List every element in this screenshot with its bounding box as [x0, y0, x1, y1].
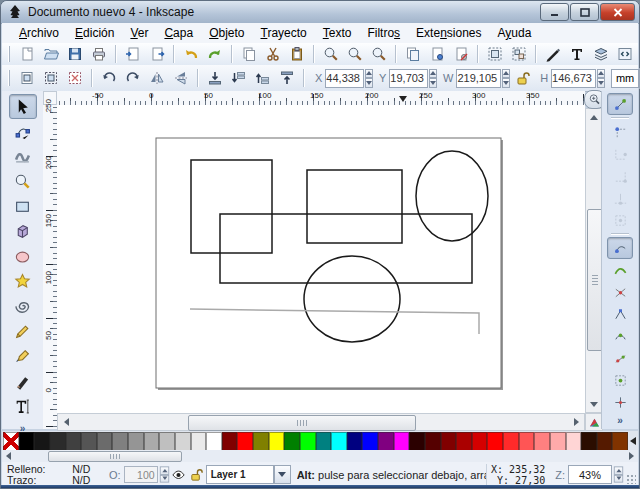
- palette-swatch-19-00ff00[interactable]: [300, 432, 316, 451]
- print-document-button[interactable]: [87, 43, 111, 65]
- ellipse-tool-button[interactable]: [9, 244, 37, 269]
- palette-swatch-32-ff2a2a[interactable]: [503, 432, 519, 451]
- palette-swatch-22-000080[interactable]: [347, 432, 363, 451]
- palette-swatch-27-550000[interactable]: [425, 432, 441, 451]
- snap-cusp-nodes-button[interactable]: [607, 303, 633, 325]
- layers-dialog-button[interactable]: [589, 43, 613, 65]
- palette-scroll-left-arrow[interactable]: [3, 450, 14, 461]
- palette-scroll-right-arrow[interactable]: [626, 450, 637, 461]
- menu-archivo[interactable]: Archivo: [12, 24, 66, 42]
- snap-to-paths-button[interactable]: [607, 259, 633, 281]
- x-spinner[interactable]: [365, 69, 373, 88]
- palette-swatch-16-808000[interactable]: [253, 432, 269, 451]
- palette-swatch-29-aa0000[interactable]: [456, 432, 472, 451]
- layer-lock-icon[interactable]: [188, 467, 206, 483]
- rotate-90-ccw-button[interactable]: [97, 67, 121, 89]
- y-spinner[interactable]: [429, 69, 437, 88]
- palette-menu-arrow[interactable]: [626, 437, 636, 445]
- star-tool-button[interactable]: [9, 269, 37, 294]
- text-dialog-button[interactable]: [565, 43, 589, 65]
- spiral-tool-button[interactable]: [9, 294, 37, 319]
- menu-ayuda[interactable]: Ayuda: [491, 24, 539, 42]
- palette-swatch-15-ff0000[interactable]: [237, 432, 253, 451]
- new-document-button[interactable]: [15, 43, 39, 65]
- horizontal-scrollbar[interactable]: [57, 413, 585, 431]
- menu-objeto[interactable]: Objeto: [202, 24, 251, 42]
- snap-nodes-button[interactable]: [607, 237, 633, 259]
- selector-tool-button[interactable]: [9, 94, 37, 119]
- menu-edición[interactable]: Edición: [68, 24, 121, 42]
- vertical-ruler[interactable]: 250200150100500: [43, 105, 58, 429]
- current-layer-select[interactable]: Layer 1: [206, 465, 274, 484]
- opacity-input[interactable]: 100: [124, 466, 158, 483]
- select-all-in-all-layers-button[interactable]: [39, 67, 63, 89]
- palette-swatch-14-800000[interactable]: [222, 432, 238, 451]
- scroll-up-arrow[interactable]: [586, 109, 602, 125]
- zoom-spinner[interactable]: [614, 466, 623, 482]
- opacity-spinner[interactable]: [159, 466, 168, 482]
- undo-button[interactable]: [179, 43, 203, 65]
- pencil-tool-button[interactable]: [9, 319, 37, 344]
- palette-swatch-33-ff5555[interactable]: [519, 432, 535, 451]
- select-all-button[interactable]: [15, 67, 39, 89]
- canvas[interactable]: [57, 105, 585, 413]
- title-bar[interactable]: Documento nuevo 4 - Inkscape: [1, 1, 639, 24]
- horizontal-ruler[interactable]: -50050100150200250300350: [57, 91, 585, 106]
- palette-swatch-24-800080[interactable]: [378, 432, 394, 451]
- fill-stroke-indicator[interactable]: Relleno: N/D Trazo: N/D: [2, 464, 103, 486]
- snap-line-midpoints-button[interactable]: [607, 347, 633, 369]
- group-objects-button[interactable]: [483, 43, 507, 65]
- palette-swatch-17-ffff00[interactable]: [269, 432, 285, 451]
- scroll-left-arrow[interactable]: [58, 414, 74, 430]
- raise-button[interactable]: [251, 67, 275, 89]
- palette-swatch-1-000000[interactable]: [19, 432, 35, 451]
- snap-smooth-nodes-button[interactable]: [607, 325, 633, 347]
- units-select[interactable]: mm: [611, 69, 639, 88]
- h-spinner[interactable]: [597, 69, 605, 88]
- snap-bbox-edges-button[interactable]: [607, 143, 633, 165]
- palette-swatch-25-ff00ff[interactable]: [394, 432, 410, 451]
- palette-swatch-9-aaaaaa[interactable]: [144, 432, 160, 451]
- node-editor-tool-button[interactable]: [9, 119, 37, 144]
- snapbar-overflow-button[interactable]: »: [617, 415, 623, 426]
- palette-swatch-31-ff0000[interactable]: [487, 432, 503, 451]
- snap-path-intersections-button[interactable]: [607, 281, 633, 303]
- menu-trayecto[interactable]: Trayecto: [254, 24, 314, 42]
- lower-to-bottom-button[interactable]: [203, 67, 227, 89]
- w-input[interactable]: 219,105: [456, 69, 501, 88]
- ungroup-objects-button[interactable]: [507, 43, 531, 65]
- redo-button[interactable]: [203, 43, 227, 65]
- palette-swatch-38-551a00[interactable]: [597, 432, 613, 451]
- xml-editor-button[interactable]: [613, 43, 637, 65]
- scroll-right-arrow[interactable]: [568, 414, 584, 430]
- palette-swatch-18-008000[interactable]: [284, 432, 300, 451]
- rectangle-tool-button[interactable]: [9, 194, 37, 219]
- snap-bounding-box-button[interactable]: [607, 121, 633, 143]
- lock-width-height-button[interactable]: [510, 67, 534, 89]
- palette-swatch-28-800000[interactable]: [441, 432, 457, 451]
- palette-swatch-7-808080[interactable]: [112, 432, 128, 451]
- pen-tool-button[interactable]: [9, 344, 37, 369]
- palette-swatch-10-bfbfbf[interactable]: [159, 432, 175, 451]
- palette-swatch-21-00ffff[interactable]: [331, 432, 347, 451]
- raise-to-top-button[interactable]: [275, 67, 299, 89]
- w-spinner[interactable]: [502, 69, 510, 88]
- snap-bbox-centers-button[interactable]: [607, 209, 633, 231]
- zoom-to-page-button[interactable]: [367, 43, 391, 65]
- menu-texto[interactable]: Texto: [316, 24, 359, 42]
- close-button[interactable]: [600, 3, 635, 21]
- palette-swatch-13-ffffff[interactable]: [206, 432, 222, 451]
- palette-swatch-11-d5d5d5[interactable]: [175, 432, 191, 451]
- palette-swatch-12-eaeaea[interactable]: [191, 432, 207, 451]
- zoom-to-drawing-button[interactable]: [343, 43, 367, 65]
- tweak-tool-button[interactable]: [9, 144, 37, 169]
- zoom-input[interactable]: 43%: [568, 465, 612, 484]
- palette-swatch-3-2b2b2b[interactable]: [50, 432, 66, 451]
- layer-visibility-eye-icon[interactable]: [170, 467, 188, 483]
- menu-filtros[interactable]: Filtros: [360, 24, 407, 42]
- palette-swatch-23-0000ff[interactable]: [362, 432, 378, 451]
- palette-swatch-34-ff8080[interactable]: [534, 432, 550, 451]
- snap-bbox-corners-button[interactable]: [607, 165, 633, 187]
- snap-rotation-centers-button[interactable]: [607, 391, 633, 413]
- resize-grip[interactable]: [626, 474, 636, 484]
